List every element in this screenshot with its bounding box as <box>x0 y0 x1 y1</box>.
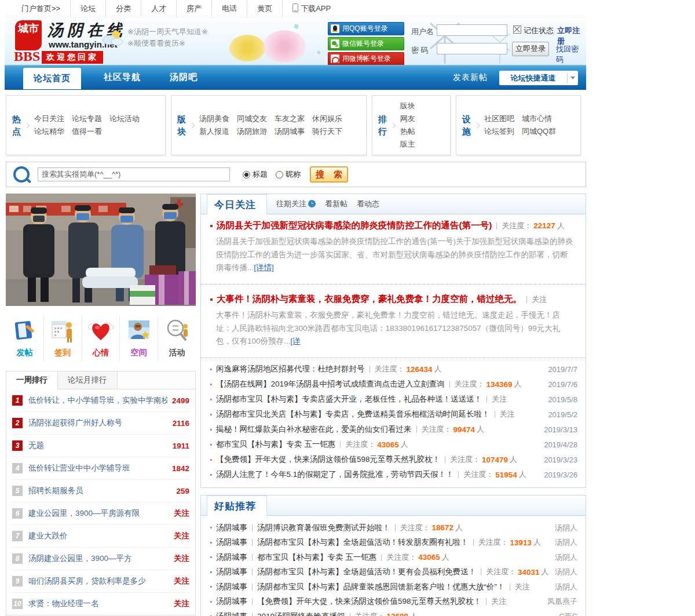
board-link[interactable]: 汤阴城事 <box>275 127 305 136</box>
ranking-link[interactable]: 版块 <box>400 101 415 110</box>
remember-checkbox[interactable] <box>513 25 521 34</box>
ranking-thread-link[interactable]: 汤阴张超获得广州好人称号 <box>28 418 168 428</box>
weibo-login-button[interactable]: 用微博帐号登录 <box>328 52 404 65</box>
ranking-link[interactable]: 热帖 <box>400 127 415 136</box>
ranking-value[interactable]: 1911 <box>173 442 189 450</box>
ranking-thread-link[interactable]: 汤阴建业公园里，3900—平方 <box>28 553 169 564</box>
featured-article-title[interactable]: 大事件！汤阴朴与素童装，衣服免费穿，豪礼免费拿！力度空前，错过绝无。 <box>217 293 522 305</box>
ranking-value[interactable]: 2499 <box>172 396 189 405</box>
read-more-link[interactable]: [详 <box>290 337 300 345</box>
board-link[interactable]: 骑行天下 <box>312 127 342 136</box>
thread-link[interactable]: 汤阴人注意了！今年5.1的假期定了，国务院批准，劳动节四天假！！ <box>216 469 453 480</box>
action-signin[interactable]: 签到 <box>43 316 82 362</box>
board-category-link[interactable]: 汤阴城事 <box>216 523 247 533</box>
tab-community-nav[interactable]: 社区导航 <box>89 65 155 89</box>
action-activity[interactable]: 活动 <box>158 316 196 362</box>
board-link[interactable]: 汤阴美食 <box>199 114 229 123</box>
hotspot-link[interactable]: 论坛精华 <box>34 127 64 136</box>
radio-search-nickname[interactable] <box>276 171 283 178</box>
ranking-value[interactable]: 关注 <box>174 553 189 564</box>
topnav-link[interactable]: 房产 <box>177 0 212 17</box>
author-link[interactable]: 凤凰燕子 <box>542 596 577 607</box>
quick-channel-dropdown[interactable]: 论坛快捷通道 <box>499 71 578 85</box>
topnav-link[interactable]: 电话 <box>212 0 247 17</box>
facility-link[interactable]: 社区图吧 <box>484 114 514 123</box>
author-link[interactable]: 汤阴人 <box>549 567 577 577</box>
thread-link[interactable]: 揭秘！网红爆款美白补水秘密在此，爱美的仙女们看过来 <box>216 424 412 435</box>
tab-month-ranking[interactable]: 论坛月排行 <box>58 371 118 389</box>
thread-link[interactable]: 汤阴都市宝贝【朴与素】专卖店盛大开业，老板任性，礼品各种送！送送送！ <box>216 394 482 404</box>
facility-link[interactable]: 同城QQ群 <box>522 127 556 136</box>
thread-link[interactable]: 2019汤阴网络春晚直播间 <box>257 611 345 616</box>
topnav-link[interactable]: 黄页 <box>247 0 283 17</box>
board-category-link[interactable]: 汤阴城事 <box>216 552 247 563</box>
board-category-link[interactable]: 汤阴城事 <box>216 567 247 577</box>
ranking-thread-link[interactable]: 低价转让营业中中小学辅导班 <box>28 463 167 473</box>
thread-link[interactable]: 汤阴都市宝贝【朴与素】品牌童装感恩回馈新老客户啦！优惠大放“价”！ <box>257 582 505 592</box>
board-link[interactable]: 休闲娱乐 <box>312 114 342 123</box>
thread-link[interactable]: 汤阴都市宝贝【朴与素】全场超值活动！更有会员福利免费送！ <box>257 567 476 577</box>
search-button[interactable]: 搜 索 <box>310 166 348 183</box>
board-link[interactable]: 同城交友 <box>237 114 267 123</box>
author-link[interactable]: 汤阴人 <box>549 523 577 533</box>
board-link[interactable]: 新人报道 <box>199 127 229 136</box>
action-space[interactable]: 空间 <box>119 316 158 362</box>
password-field[interactable] <box>437 43 507 54</box>
facility-link[interactable]: 城市心情 <box>522 114 552 123</box>
topnav-link[interactable]: 门户首页>> <box>12 0 71 17</box>
ranking-value[interactable]: 关注 <box>174 508 189 519</box>
tab-tangyin-bar[interactable]: 汤阴吧 <box>155 65 212 89</box>
view-new-posts-link[interactable]: 看新帖 <box>325 199 348 209</box>
thread-link[interactable]: 都市宝贝【朴与素】专卖 五一钜惠 <box>257 552 376 563</box>
facility-link[interactable]: 论坛签到 <box>484 127 514 136</box>
ranking-thread-link[interactable]: 低价转让，中小学辅导班，实验中学南校附 <box>28 395 167 406</box>
ranking-thread-link[interactable]: 求贤：物业经理一名 <box>28 599 169 609</box>
thread-link[interactable]: 都市宝贝【朴与素】专卖 五一钜惠 <box>216 439 335 450</box>
past-focus-link[interactable]: 往期关注 <box>276 199 316 209</box>
board-category-link[interactable]: 汤阴城事 <box>216 596 247 607</box>
wechat-login-button[interactable]: 微信账号登录 <box>328 37 404 50</box>
author-link[interactable]: 汤阴人 <box>549 582 577 592</box>
ranking-link[interactable]: 版主 <box>400 140 415 148</box>
thread-link[interactable]: 【免费领】开年大促，快来汤阴这领价值598元至尊天然乳胶枕！ <box>257 596 481 607</box>
download-app-link[interactable]: 下载APP <box>283 0 341 17</box>
radio-search-title[interactable] <box>243 171 250 178</box>
weather-line-2[interactable]: ※顺便看看黄历※ <box>127 38 185 49</box>
board-category-link[interactable]: 汤阴城事 <box>216 582 247 592</box>
hotspot-link[interactable]: 值得一看 <box>72 127 102 136</box>
tab-week-ranking[interactable]: 一周排行 <box>6 371 58 389</box>
ranking-thread-link[interactable]: 咱们汤阴县买房，贷款利率是多少 <box>28 576 169 586</box>
new-post-link[interactable]: 发表新帖 <box>453 72 488 83</box>
thread-link[interactable]: 【汤阴在线网】2019年汤阴县中招考试成绩查询点击进入立刻查询 <box>216 379 445 389</box>
ranking-thread-link[interactable]: 建业公园里，3900—平房源有限 <box>28 508 169 519</box>
login-button[interactable]: 立即登录 <box>512 42 549 56</box>
topnav-link[interactable]: 分类 <box>106 0 141 17</box>
featured-article-title[interactable]: 汤阴县关于加强新型冠状病毒感染的肺炎疫情防控工作的通告(第一号) <box>217 220 492 232</box>
forgot-password-link[interactable]: 找回密码 <box>556 44 585 65</box>
ranking-value[interactable]: 关注 <box>174 576 189 586</box>
tab-forum-home[interactable]: 论坛首页 <box>23 68 81 89</box>
action-mood[interactable]: 心情 <box>82 316 120 362</box>
ranking-value[interactable]: 2116 <box>173 419 189 428</box>
ranking-value[interactable]: 关注 <box>174 531 189 541</box>
thread-link[interactable]: 汤阴都市宝贝【朴与素】全场超值活动！转发朋友圈有礼啦！ <box>257 537 469 548</box>
ranking-thread-link[interactable]: 建业大跌价 <box>28 531 169 541</box>
ranking-thread-link[interactable]: 无题 <box>28 440 168 451</box>
chevron-down-icon[interactable] <box>567 73 578 83</box>
thread-link[interactable]: 汤阴都市宝贝北关店【朴与素】专卖店，免费送精美音乐相框活动时间延长啦！ <box>216 409 490 420</box>
thread-link[interactable]: 【免费领】开年大促，快来汤阴这领价值598元至尊天然乳胶枕！ <box>216 454 440 465</box>
hotspot-link[interactable]: 论坛专题 <box>72 114 102 123</box>
topnav-link[interactable]: 论坛 <box>71 0 106 17</box>
weather-line-1[interactable]: ※汤阴一周天气早知道※ <box>127 27 208 37</box>
register-link[interactable]: 立即注册 <box>557 25 585 46</box>
thread-link[interactable]: 汤阴博识教育暑假班免费测试开始啦！ <box>257 523 390 533</box>
hotspot-link[interactable]: 今日关注 <box>34 114 64 123</box>
board-category-link[interactable]: 汤阴城事 <box>216 537 247 548</box>
board-category-link[interactable]: 汤阴城事 <box>216 611 247 616</box>
search-input[interactable] <box>38 167 230 181</box>
ranking-value[interactable]: 关注 <box>174 599 189 609</box>
action-post[interactable]: 发帖 <box>6 316 43 362</box>
hotspot-link[interactable]: 论坛活动 <box>109 114 140 123</box>
ranking-link[interactable]: 网友 <box>400 114 415 123</box>
qq-login-button[interactable]: 用QQ账号登录 <box>328 22 404 35</box>
